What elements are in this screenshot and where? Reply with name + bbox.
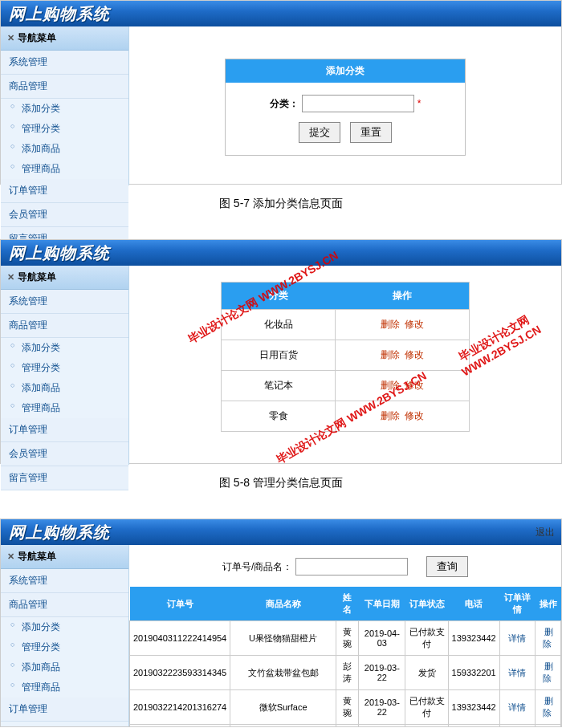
delete-link[interactable]: 删除 bbox=[381, 380, 400, 391]
nav-section-order[interactable]: 订单管理 bbox=[1, 697, 128, 722]
cell-user: 张涛 bbox=[336, 725, 358, 728]
nav-header[interactable]: ✕导航菜单 bbox=[1, 545, 128, 569]
delete-link[interactable]: 删除 bbox=[543, 696, 553, 718]
cell-category: 零食 bbox=[222, 401, 336, 432]
delete-link[interactable]: 删除 bbox=[381, 349, 400, 360]
sidebar-item-add-category[interactable]: 添加分类 bbox=[1, 99, 128, 119]
category-label: 分类： bbox=[270, 97, 299, 111]
cell-category: 化妆品 bbox=[222, 310, 336, 340]
cell-op: 删除 bbox=[536, 656, 561, 690]
edit-link[interactable]: 修改 bbox=[405, 319, 424, 330]
edit-link[interactable]: 修改 bbox=[405, 349, 424, 360]
order-table: 订单号商品名称姓名下单日期订单状态电话订单详情操作 20190403112224… bbox=[129, 587, 561, 727]
cell-id: 2019040311222414954 bbox=[130, 621, 230, 656]
sidebar-item-add-category[interactable]: 添加分类 bbox=[1, 338, 128, 358]
figure-5-8: 网上购物系统 ✕导航菜单 系统管理 商品管理 添加分类 管理分类 添加商品 管理… bbox=[0, 239, 562, 502]
add-category-panel: 添加分类 分类： * bbox=[225, 59, 466, 156]
nav-section-message[interactable]: 留言管理 bbox=[1, 466, 128, 490]
cell-operation: 删除修改 bbox=[336, 340, 470, 371]
col-operation: 操作 bbox=[336, 283, 470, 310]
sidebar: ✕导航菜单 系统管理 商品管理 添加分类 管理分类 添加商品 管理商品 订单管理… bbox=[1, 545, 129, 727]
sidebar-item-add-goods[interactable]: 添加商品 bbox=[1, 378, 128, 398]
nav-section-member[interactable]: 会员管理 bbox=[1, 442, 128, 466]
edit-link[interactable]: 修改 bbox=[405, 410, 424, 421]
cell-operation: 删除修改 bbox=[336, 401, 470, 432]
delete-link[interactable]: 删除 bbox=[543, 627, 553, 649]
cell-name: 苹果MacBook(256GB/金色) bbox=[230, 725, 336, 728]
table-row: 零食删除修改 bbox=[222, 401, 470, 432]
cell-name: U果怪物猫甜橙片 bbox=[230, 621, 336, 656]
cell-name: 文竹盆栽带盆包邮 bbox=[230, 656, 336, 690]
cell-detail: 详情 bbox=[499, 656, 536, 690]
app-window: 网上购物系统 ✕导航菜单 系统管理 商品管理 添加分类 管理分类 添加商品 管理… bbox=[0, 239, 562, 464]
figure-5-9: 网上购物系统 退出 ✕导航菜单 系统管理 商品管理 添加分类 管理分类 添加商品… bbox=[0, 519, 562, 728]
sidebar-item-manage-category[interactable]: 管理分类 bbox=[1, 358, 128, 378]
cell-operation: 删除修改 bbox=[336, 371, 470, 401]
sidebar-item-manage-category[interactable]: 管理分类 bbox=[1, 119, 128, 139]
delete-link[interactable]: 删除 bbox=[381, 319, 400, 330]
sidebar-item-manage-goods[interactable]: 管理商品 bbox=[1, 677, 128, 697]
category-input[interactable] bbox=[302, 95, 414, 112]
logout-link[interactable]: 退出 bbox=[536, 526, 555, 539]
cell-phone: 139323442 bbox=[448, 621, 499, 656]
figure-5-7: 网上购物系统 ✕导航菜单 系统管理 商品管理 添加分类 管理分类 添加商品 管理… bbox=[0, 0, 562, 223]
nav-section-member[interactable]: 会员管理 bbox=[1, 203, 128, 227]
sidebar-item-add-goods[interactable]: 添加商品 bbox=[1, 657, 128, 677]
nav-section-system[interactable]: 系统管理 bbox=[1, 290, 128, 314]
app-title: 网上购物系统 bbox=[9, 3, 110, 25]
cell-op: 删除 bbox=[536, 690, 561, 725]
cell-id: 2019032223593314345 bbox=[130, 656, 230, 690]
chevron-down-icon: ✕ bbox=[7, 551, 14, 562]
chevron-down-icon: ✕ bbox=[7, 33, 14, 43]
query-input[interactable] bbox=[295, 558, 408, 575]
nav-section-goods[interactable]: 商品管理 bbox=[1, 593, 128, 617]
table-row: 2019040311222414954U果怪物猫甜橙片黄琬2019-04-03已… bbox=[130, 621, 561, 656]
cell-status: 发货 bbox=[405, 656, 448, 690]
sidebar-item-add-goods[interactable]: 添加商品 bbox=[1, 139, 128, 159]
cell-category: 日用百货 bbox=[222, 340, 336, 371]
cell-phone: 136987412 bbox=[448, 725, 499, 728]
nav-header[interactable]: ✕导航菜单 bbox=[1, 26, 128, 51]
nav-section-system[interactable]: 系统管理 bbox=[1, 51, 128, 75]
nav-section-order[interactable]: 订单管理 bbox=[1, 179, 128, 203]
query-button[interactable] bbox=[426, 556, 468, 577]
table-row: 2019032214201316274微软Surface黄琬2019-03-22… bbox=[130, 690, 561, 725]
app-window: 网上购物系统 ✕导航菜单 系统管理 商品管理 添加分类 管理分类 添加商品 管理… bbox=[0, 0, 562, 185]
cell-date: 2019-03-22 bbox=[359, 690, 405, 725]
cell-status: 已付款支付 bbox=[405, 621, 448, 656]
detail-link[interactable]: 详情 bbox=[508, 668, 526, 677]
nav-section-goods[interactable]: 商品管理 bbox=[1, 314, 128, 338]
cell-phone: 159332201 bbox=[448, 656, 499, 690]
nav-header[interactable]: ✕导航菜单 bbox=[1, 266, 128, 290]
sidebar-item-manage-category[interactable]: 管理分类 bbox=[1, 637, 128, 657]
table-row: 化妆品删除修改 bbox=[222, 310, 470, 340]
delete-link[interactable]: 删除 bbox=[543, 661, 553, 683]
app-header: 网上购物系统 bbox=[1, 519, 561, 545]
cell-name: 微软Surface bbox=[230, 690, 336, 725]
app-window: 网上购物系统 退出 ✕导航菜单 系统管理 商品管理 添加分类 管理分类 添加商品… bbox=[0, 519, 562, 727]
nav-section-goods[interactable]: 商品管理 bbox=[1, 75, 128, 99]
table-row: 2019032213100213379苹果MacBook(256GB/金色)张涛… bbox=[130, 725, 561, 728]
main-content: 添加分类 分类： * bbox=[129, 26, 561, 187]
reset-button[interactable] bbox=[350, 122, 392, 143]
table-row: 笔记本删除修改 bbox=[222, 371, 470, 401]
col-header: 姓名 bbox=[336, 587, 358, 621]
edit-link[interactable]: 修改 bbox=[405, 380, 424, 391]
sidebar-item-manage-goods[interactable]: 管理商品 bbox=[1, 159, 128, 179]
app-header: 网上购物系统 bbox=[1, 1, 561, 26]
sidebar-item-add-category[interactable]: 添加分类 bbox=[1, 617, 128, 637]
cell-status: 已付款支付 bbox=[405, 725, 448, 728]
nav-section-order[interactable]: 订单管理 bbox=[1, 418, 128, 442]
col-header: 下单日期 bbox=[359, 587, 405, 621]
cell-user: 黄琬 bbox=[336, 690, 358, 725]
table-row: 2019032223593314345文竹盆栽带盆包邮彭涛2019-03-22发… bbox=[130, 656, 561, 690]
sidebar-item-manage-order[interactable]: 管理订单 bbox=[1, 722, 128, 727]
detail-link[interactable]: 详情 bbox=[508, 633, 526, 643]
app-title: 网上购物系统 bbox=[9, 242, 110, 264]
delete-link[interactable]: 删除 bbox=[381, 410, 400, 421]
sidebar-item-manage-goods[interactable]: 管理商品 bbox=[1, 398, 128, 418]
submit-button[interactable] bbox=[299, 122, 340, 143]
cell-op: 删除 bbox=[536, 621, 561, 656]
detail-link[interactable]: 详情 bbox=[508, 702, 526, 712]
nav-section-system[interactable]: 系统管理 bbox=[1, 569, 128, 593]
